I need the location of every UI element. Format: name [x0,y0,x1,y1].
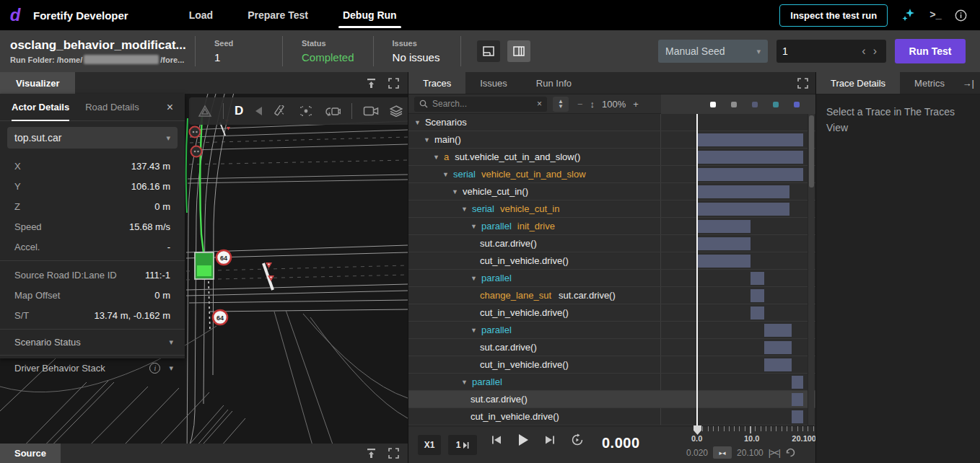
seed-value-input[interactable] [782,45,858,57]
expand-collapse-all-icon[interactable]: ▲▼ [553,97,569,112]
sparkles-icon[interactable] [901,7,916,23]
trace-timeline-bar[interactable] [764,324,791,337]
video-camera-icon[interactable] [363,106,379,116]
layout-split-columns-button[interactable] [507,40,530,62]
ruler-icon[interactable] [274,105,289,117]
tab-metrics[interactable]: Metrics [900,72,959,94]
clear-search-icon[interactable]: × [537,99,542,109]
info-icon[interactable] [955,9,967,22]
trace-row[interactable]: ▼vehicle_cut_in() [408,183,815,200]
tab-source[interactable]: Source [0,444,61,463]
trace-row[interactable]: ▼serialvehicle_cut_in [408,200,815,218]
collapse-panel-icon[interactable]: →| [963,72,980,94]
trace-row[interactable]: ▼parallelinit_drive [408,218,815,235]
trace-timeline-bar[interactable] [751,272,765,285]
seed-mode-select[interactable]: Manual Seed▾ [658,40,768,63]
traces-scrollbar[interactable] [808,114,814,425]
inspect-test-run-button[interactable]: Inspect the test run [779,4,888,27]
back-arrow-icon[interactable] [254,106,263,116]
legend-color-swatch[interactable] [710,102,716,107]
step-frames-button[interactable]: 1 [448,435,477,455]
playback-speed-button[interactable]: X1 [418,435,441,455]
trace-row[interactable]: change_lane_sutsut.car.drive() [408,287,815,304]
run-test-button[interactable]: Run Test [895,39,966,63]
section-driver-behavior-stack[interactable]: Driver Behavior Stacki▾ [0,358,185,379]
skip-to-start-icon[interactable] [491,435,502,445]
dock-to-top-icon[interactable] [366,448,377,459]
trace-timeline-bar[interactable] [697,168,803,181]
caret-icon[interactable]: ▼ [471,223,477,230]
tab-issues[interactable]: Issues [465,72,522,94]
trace-timeline-bar[interactable] [792,410,804,423]
trace-timeline-bar[interactable] [697,237,750,250]
seed-decrement-button[interactable]: ‹ [858,45,869,58]
trace-timeline-bar[interactable] [697,220,750,233]
scrollbar-thumb[interactable] [809,115,814,188]
caret-icon[interactable]: ▼ [452,188,458,195]
caret-icon[interactable]: ▼ [414,119,421,126]
seed-increment-button[interactable]: › [870,45,880,58]
trace-row[interactable]: ▼parallel [408,374,815,391]
caret-icon[interactable]: ▼ [471,327,477,334]
caret-icon[interactable]: ▼ [442,171,449,178]
trace-row[interactable]: ▼parallel [408,270,815,287]
reset-range-icon[interactable] [785,447,796,458]
fullscreen-icon[interactable] [388,448,399,459]
replay-icon[interactable] [571,433,584,446]
tab-visualizer[interactable]: Visualizer [0,72,75,94]
caret-icon[interactable]: ▼ [433,154,439,161]
trace-row[interactable]: ▼serialvehicle_cut_in_and_slow [408,166,815,183]
tab-run-info[interactable]: Run Info [522,72,586,94]
trace-timeline-bar[interactable] [792,393,804,406]
trace-timeline-bar[interactable] [697,151,803,164]
trace-row[interactable]: cut_in_vehicle.drive() [408,304,815,322]
terminal-icon[interactable]: >_ [929,9,942,21]
layers-icon[interactable] [390,105,403,117]
timeline-ruler[interactable]: 0.0 10.0 20.100 0.020 ▸◂ 20.100 |><| [686,426,816,463]
legend-color-swatch[interactable] [773,102,779,107]
legend-color-swatch[interactable] [731,102,737,107]
trace-timeline-bar[interactable] [751,289,765,302]
trace-row[interactable]: cut_in_vehicle.drive() [408,356,815,374]
actor-select[interactable]: top.sut.car▾ [7,127,178,149]
trace-row[interactable]: cut_in_vehicle.drive() [408,252,815,270]
fullscreen-icon[interactable] [388,78,399,89]
caret-icon[interactable]: ▼ [424,136,430,144]
fit-vertical-icon[interactable]: ↕ [590,99,595,110]
fullscreen-icon[interactable] [797,72,808,94]
legend-color-swatch[interactable] [794,102,800,107]
legend-color-swatch[interactable] [752,102,758,107]
expand-range-icon[interactable]: |><| [769,448,780,458]
zoom-in-button[interactable]: + [633,99,639,110]
caret-icon[interactable]: ▼ [471,275,477,282]
trace-timeline-bar[interactable] [697,203,789,216]
trace-timeline-bar[interactable] [751,307,765,319]
tab-actor-details[interactable]: Actor Details [12,94,69,121]
trace-timeline-bar[interactable] [697,133,803,146]
trace-timeline-bar[interactable] [697,185,789,198]
trace-row[interactable]: sut.car.drive() [408,339,815,356]
collapse-range-button[interactable]: ▸◂ [713,446,732,459]
trace-timeline-bar[interactable] [697,255,750,268]
trace-row[interactable]: cut_in_vehicle.drive() [408,408,815,425]
close-icon[interactable]: × [167,101,173,114]
trace-row[interactable]: sut.car.drive() [408,391,815,408]
camera-follow-icon[interactable] [323,105,341,117]
range-start-value[interactable]: 0.020 [686,448,708,458]
tab-trace-details[interactable]: Trace Details [816,72,900,94]
range-end-value[interactable]: 20.100 [737,448,764,458]
trace-timeline-bar[interactable] [764,341,791,354]
focus-target-icon[interactable] [299,105,312,117]
trace-timeline-bar[interactable] [764,358,791,371]
caret-icon[interactable]: ▼ [461,206,468,213]
skip-to-end-icon[interactable] [545,435,555,445]
zoom-out-button[interactable]: − [577,99,583,110]
search-input[interactable] [432,99,533,109]
trace-row[interactable]: ▼main() [408,131,815,149]
nav-item-load[interactable]: Load [172,0,230,30]
nav-item-prepare-test[interactable]: Prepare Test [230,0,325,30]
trace-row[interactable]: ▼parallel [408,322,815,339]
tab-traces[interactable]: Traces [408,72,465,94]
play-icon[interactable] [517,433,529,446]
trace-row[interactable]: sut.car.drive() [408,235,815,252]
